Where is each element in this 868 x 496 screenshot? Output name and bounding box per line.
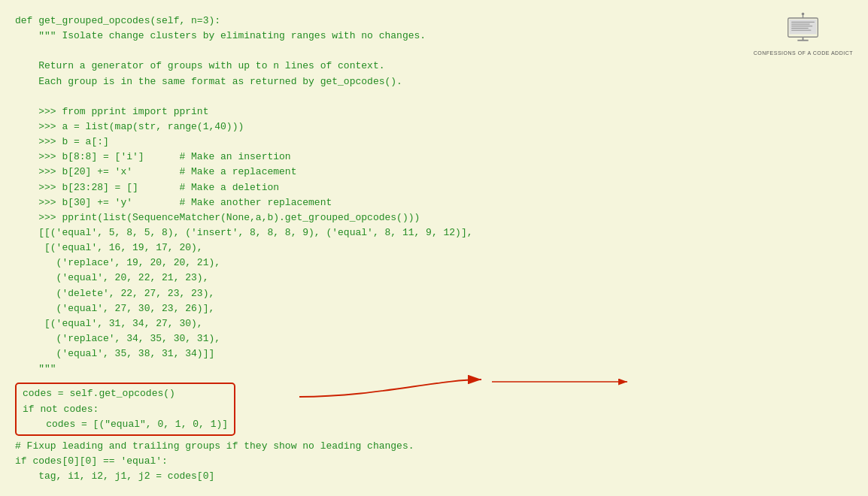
- svg-rect-1: [790, 20, 817, 35]
- logo-icon: [782, 11, 824, 45]
- code-section: def get_grouped_opcodes(self, n=3): """ …: [0, 8, 488, 488]
- code-line-15: [[('equal', 5, 8, 5, 8), ('insert', 8, 8…: [15, 225, 473, 240]
- code-line-14: >>> pprint(list(SequenceMatcher(None,a,b…: [15, 210, 473, 225]
- code-line-24: """: [15, 361, 473, 377]
- code-line-10: >>> b[8:8] = ['i'] # Make an insertion: [15, 150, 473, 165]
- code-line-7: >>> from pprint import pprint: [15, 104, 473, 119]
- codes-line-2: if not codes:: [23, 402, 228, 417]
- arrow-svg-1: [488, 368, 869, 428]
- code-line-13: >>> b[30] += 'y' # Make another replacem…: [15, 195, 473, 210]
- code-line-8: >>> a = list(map(str, range(1,40))): [15, 119, 473, 135]
- codes-line-5: if codes[0][0] == 'equal':: [15, 454, 473, 469]
- lower-code-block: codes = self.get_opcodes() if not codes:…: [15, 383, 473, 484]
- code-line-3: [15, 44, 473, 59]
- code-line-9: >>> b = a[:]: [15, 135, 473, 150]
- code-line-22: ('replace', 34, 35, 30, 31),: [15, 331, 473, 346]
- code-line-17: ('replace', 19, 20, 20, 21),: [15, 256, 473, 271]
- codes-line-4: # Fixup leading and trailing groups if t…: [15, 439, 473, 454]
- code-line-12: >>> b[23:28] = [] # Make a deletion: [15, 180, 473, 195]
- code-line-19: ('delete', 22, 27, 23, 23),: [15, 286, 473, 301]
- code-line-1: def get_grouped_opcodes(self, n=3):: [15, 14, 473, 29]
- annotation-section: CONFESSIONS OF A CODE ADDICT codes is a …: [488, 8, 869, 488]
- code-line-4: Return a generator of groups with up to …: [15, 59, 473, 74]
- code-line-6: [15, 89, 473, 104]
- codes-line-1: codes = self.get_opcodes(): [23, 386, 228, 401]
- logo-text: CONFESSIONS OF A CODE ADDICT: [754, 50, 853, 56]
- code-line-18: ('equal', 20, 22, 21, 23),: [15, 271, 473, 286]
- logo-area: CONFESSIONS OF A CODE ADDICT: [754, 11, 853, 56]
- codes-line-6: tag, i1, i2, j1, j2 = codes[0]: [15, 469, 473, 484]
- codes-line-3: codes = [("equal", 0, 1, 0, 1)]: [23, 417, 228, 432]
- code-line-23: ('equal', 35, 38, 31, 34)]]: [15, 346, 473, 361]
- main-container: def get_grouped_opcodes(self, n=3): """ …: [0, 0, 868, 496]
- code-line-11: >>> b[20] += 'x' # Make a replacement: [15, 165, 473, 180]
- code-line-16: [('equal', 16, 19, 17, 20),: [15, 240, 473, 256]
- code-line-21: [('equal', 31, 34, 27, 30),: [15, 316, 473, 331]
- code-line-2: """ Isolate change clusters by eliminati…: [15, 29, 473, 44]
- code-line-5: Each group is in the same format as retu…: [15, 74, 473, 89]
- highlighted-code-box: codes = self.get_opcodes() if not codes:…: [15, 383, 235, 435]
- code-line-20: ('equal', 27, 30, 23, 26)],: [15, 301, 473, 316]
- svg-point-10: [802, 13, 805, 16]
